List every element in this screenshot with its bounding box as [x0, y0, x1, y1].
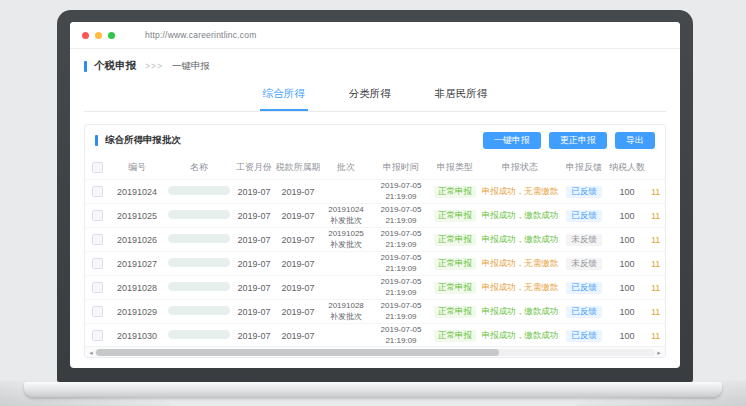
batch-table: 编号 名称 工资月份 税款所属期 批次 申报时间 申报类型 申报状态 申报反馈 … [85, 155, 666, 347]
col-header-id: 编号 [109, 161, 165, 174]
cell-id: 20191028 [109, 283, 165, 293]
col-header-salary-month: 工资月份 [233, 161, 275, 174]
cell-declare-type: 正常申报 [431, 306, 479, 318]
cell-declare-feedback: 未反馈 [561, 258, 607, 270]
select-all-checkbox[interactable] [92, 162, 103, 173]
cell-clipped-column: 11 [647, 235, 666, 245]
cell-declare-type: 正常申报 [431, 234, 479, 246]
cell-salary-month: 2019-07 [233, 259, 275, 269]
declare-type-tag: 正常申报 [434, 234, 476, 246]
panel-title-marker-bar [95, 135, 98, 146]
cell-taxpayer-count: 100 [607, 283, 647, 293]
row-checkbox[interactable] [92, 186, 103, 197]
name-placeholder-bar [168, 234, 230, 243]
page-content: 个税申报 >>> 一键申报 综合所得 分类所得 非居民所得 综合所得申报批次 一… [70, 49, 680, 368]
row-checkbox[interactable] [92, 330, 103, 341]
tab-nonresident-income[interactable]: 非居民所得 [432, 81, 491, 111]
row-checkbox[interactable] [92, 234, 103, 245]
table-row: 20191027 2019-07 2019-07 2019-07-05 21:1… [85, 251, 666, 275]
col-header-batch: 批次 [321, 161, 371, 174]
minimize-window-icon[interactable] [95, 32, 102, 39]
scroll-right-icon[interactable]: ▸ [655, 349, 663, 356]
cell-salary-month: 2019-07 [233, 187, 275, 197]
feedback-badge: 已反馈 [566, 330, 602, 342]
correct-declare-button[interactable]: 更正申报 [549, 132, 607, 149]
col-header-declare-status: 申报状态 [479, 161, 561, 174]
cell-tax-period: 2019-07 [275, 259, 321, 269]
row-checkbox[interactable] [92, 210, 103, 221]
close-window-icon[interactable] [82, 32, 89, 39]
cell-taxpayer-count: 100 [607, 307, 647, 317]
one-click-declare-button[interactable]: 一键申报 [483, 132, 541, 149]
name-placeholder-bar [168, 282, 230, 291]
col-header-declare-time: 申报时间 [371, 161, 431, 174]
tab-classified-income[interactable]: 分类所得 [346, 81, 394, 111]
laptop-screen-bezel: http://www.careerintlinc.com 个税申报 >>> 一键… [57, 10, 693, 382]
table-row: 20191030 2019-07 2019-07 2019-07-05 21:1… [85, 323, 666, 347]
scrollbar-track[interactable] [95, 349, 655, 356]
cell-id: 20191024 [109, 187, 165, 197]
cell-salary-month: 2019-07 [233, 283, 275, 293]
cell-taxpayer-count: 100 [607, 235, 647, 245]
cell-tax-period: 2019-07 [275, 283, 321, 293]
cell-declare-time: 2019-07-05 21:19:09 [371, 205, 431, 226]
cell-salary-month: 2019-07 [233, 307, 275, 317]
income-type-tabs: 综合所得 分类所得 非居民所得 [84, 81, 666, 112]
declare-type-tag: 正常申报 [434, 258, 476, 270]
address-bar[interactable]: http://www.careerintlinc.com [145, 30, 256, 40]
cell-clipped-column: 11 [647, 187, 666, 197]
cell-taxpayer-count: 100 [607, 211, 647, 221]
feedback-badge: 已反馈 [566, 306, 602, 318]
row-checkbox[interactable] [92, 258, 103, 269]
cell-declare-time: 2019-07-05 21:19:09 [371, 325, 431, 346]
laptop-base [24, 382, 722, 397]
feedback-badge: 未反馈 [566, 258, 602, 270]
declare-type-tag: 正常申报 [434, 210, 476, 222]
cell-clipped-column: 11 [647, 307, 666, 317]
row-checkbox[interactable] [92, 306, 103, 317]
col-header-taxpayer-count: 纳税人数 [607, 161, 647, 174]
feedback-badge: 未反馈 [566, 234, 602, 246]
declare-type-tag: 正常申报 [434, 330, 476, 342]
panel-title: 综合所得申报批次 [105, 134, 181, 147]
cell-id: 20191030 [109, 331, 165, 341]
cell-clipped-column: 11 [647, 259, 666, 269]
cell-salary-month: 2019-07 [233, 331, 275, 341]
cell-id: 20191026 [109, 235, 165, 245]
cell-declare-feedback: 已反馈 [561, 330, 607, 342]
cell-id: 20191029 [109, 307, 165, 317]
cell-declare-status: 申报成功，缴款成功 [479, 330, 561, 342]
cell-declare-status: 申报成功，无需缴款 [479, 186, 561, 198]
cell-declare-type: 正常申报 [431, 282, 479, 294]
col-header-declare-feedback: 申报反馈 [561, 161, 607, 174]
export-button[interactable]: 导出 [615, 132, 655, 149]
cell-tax-period: 2019-07 [275, 211, 321, 221]
cell-declare-feedback: 未反馈 [561, 234, 607, 246]
cell-declare-type: 正常申报 [431, 210, 479, 222]
cell-declare-status: 申报成功，缴款成功 [479, 306, 561, 318]
table-body: 20191024 2019-07 2019-07 2019-07-05 21:1… [85, 179, 666, 347]
scroll-left-icon[interactable]: ◂ [87, 349, 95, 356]
scrollbar-thumb[interactable] [96, 349, 499, 356]
declare-type-tag: 正常申报 [434, 282, 476, 294]
table-header-row: 编号 名称 工资月份 税款所属期 批次 申报时间 申报类型 申报状态 申报反馈 … [85, 155, 666, 179]
tab-comprehensive-income[interactable]: 综合所得 [260, 81, 308, 111]
breadcrumb-separator: >>> [145, 61, 163, 71]
table-row: 20191028 2019-07 2019-07 2019-07-05 21:1… [85, 275, 666, 299]
cell-declare-feedback: 已反馈 [561, 210, 607, 222]
cell-declare-time: 2019-07-05 21:19:09 [371, 301, 431, 322]
row-checkbox[interactable] [92, 282, 103, 293]
cell-declare-time: 2019-07-05 21:19:09 [371, 229, 431, 250]
cell-tax-period: 2019-07 [275, 331, 321, 341]
name-placeholder-bar [168, 258, 230, 267]
maximize-window-icon[interactable] [108, 32, 115, 39]
cell-id: 20191027 [109, 259, 165, 269]
cell-batch: 20191028 补发批次 [321, 301, 371, 322]
browser-chrome-bar: http://www.careerintlinc.com [70, 22, 680, 49]
cell-tax-period: 2019-07 [275, 187, 321, 197]
breadcrumb: 个税申报 >>> 一键申报 [84, 56, 666, 76]
cell-declare-status: 申报成功，无需缴款 [479, 282, 561, 294]
name-placeholder-bar [168, 330, 230, 339]
cell-clipped-column: 11 [647, 283, 666, 293]
cell-tax-period: 2019-07 [275, 307, 321, 317]
